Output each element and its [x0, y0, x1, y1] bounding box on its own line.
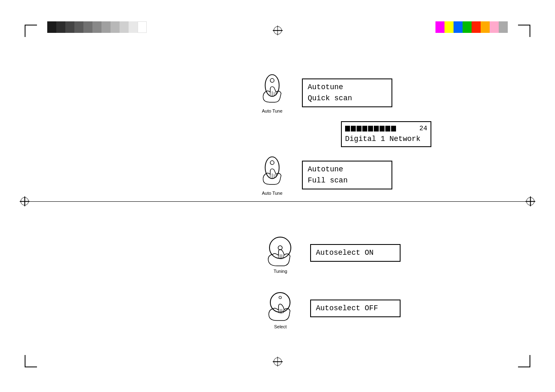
progress-section: 24 Digital 1 Network — [341, 121, 431, 147]
autotune-quick-section: Auto Tune Autotune Quick scan — [255, 72, 392, 113]
color-bar — [435, 21, 508, 33]
lcd-line2: Quick scan — [308, 93, 387, 104]
svg-point-7 — [270, 161, 274, 164]
autoselect-off-line1: Autoselect OFF — [316, 303, 395, 314]
autoselect-off-section: Select Autoselect OFF — [263, 288, 401, 329]
reg-mark-br — [518, 355, 530, 367]
reg-mark-tr — [518, 25, 530, 37]
tuning-hand-svg — [263, 232, 298, 267]
top-center-crosshair — [273, 25, 283, 35]
select-hand-svg — [263, 288, 298, 323]
right-crosshair — [525, 196, 535, 206]
autoselect-on-lcd: Autoselect ON — [310, 244, 401, 262]
svg-point-1 — [270, 78, 274, 82]
tuning-icon: Tuning — [263, 232, 298, 274]
autoselect-on-line1: Autoselect ON — [316, 247, 395, 258]
svg-point-19 — [279, 296, 281, 299]
tuning-label: Tuning — [274, 269, 287, 274]
auto-tune-hand-svg-2 — [255, 154, 290, 189]
auto-tune-label-1: Auto Tune — [262, 108, 282, 113]
left-crosshair — [20, 196, 30, 206]
auto-tune-hand-svg-1 — [255, 72, 290, 107]
auto-tune-icon-1: Auto Tune — [255, 72, 290, 113]
autotune-quick-lcd: Autotune Quick scan — [302, 78, 392, 107]
progress-squares — [345, 126, 396, 131]
auto-tune-label-2: Auto Tune — [262, 191, 282, 196]
autotune-full-lcd: Autotune Full scan — [302, 161, 392, 189]
autotune-full-section: Auto Tune Autotune Full scan — [255, 154, 392, 196]
grayscale-bar — [47, 21, 147, 33]
select-label: Select — [274, 324, 287, 329]
progress-number: 24 — [419, 124, 427, 134]
progress-lcd: 24 Digital 1 Network — [341, 121, 431, 147]
auto-tune-icon-2: Auto Tune — [255, 154, 290, 196]
progress-bar-row: 24 — [345, 124, 427, 134]
bottom-center-crosshair — [273, 357, 283, 367]
mid-rule — [25, 201, 530, 202]
progress-lcd-line2: Digital 1 Network — [345, 134, 427, 145]
autoselect-off-lcd: Autoselect OFF — [310, 300, 401, 317]
reg-mark-tl — [25, 25, 37, 37]
lcd-full-line2: Full scan — [308, 175, 387, 186]
autoselect-on-section: Tuning Autoselect ON — [263, 232, 401, 274]
reg-mark-bl — [25, 355, 37, 367]
lcd-line1: Autotune — [308, 82, 387, 93]
select-icon: Select — [263, 288, 298, 329]
lcd-full-line1: Autotune — [308, 164, 387, 175]
